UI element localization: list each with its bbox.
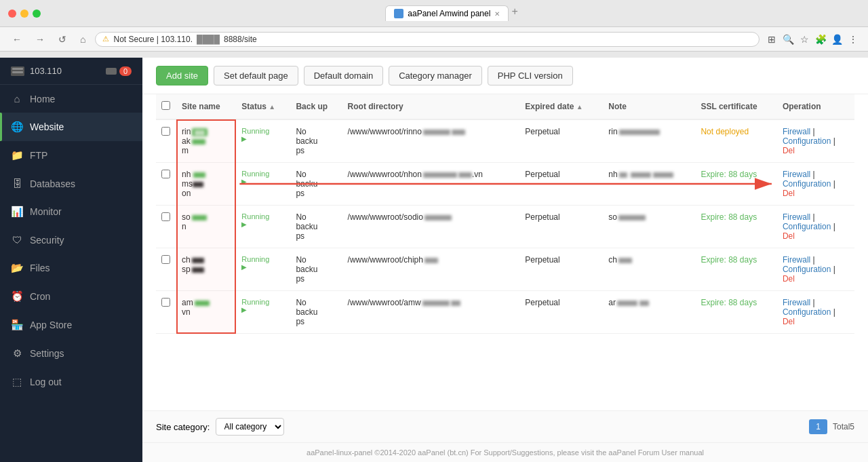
row-checkbox[interactable] xyxy=(161,298,170,307)
forward-button[interactable]: → xyxy=(31,33,49,46)
set-default-page-button[interactable]: Set default page xyxy=(214,66,298,85)
translate-icon[interactable]: ⊞ xyxy=(765,34,778,45)
expired-cell: Perpetual xyxy=(519,163,603,206)
sidebar-label-appstore: App Store xyxy=(30,320,72,330)
table-row: sonRunning▶Nobackups/www/wwwroot/sodioPe… xyxy=(156,206,854,248)
new-tab-button[interactable]: + xyxy=(509,5,520,21)
firewall-link[interactable]: Firewall xyxy=(783,170,810,179)
php-cli-version-button[interactable]: PHP CLI version xyxy=(488,66,573,85)
root-dir-cell: /www/wwwroot/nhon.vn xyxy=(342,163,520,206)
sites-table-container: Site name Status ▲ Back up Root director… xyxy=(142,94,868,410)
row-checkbox[interactable] xyxy=(161,212,170,221)
play-icon: ▶ xyxy=(241,306,285,313)
play-icon: ▶ xyxy=(241,263,285,271)
site-name-cell: son xyxy=(176,206,236,248)
firewall-link[interactable]: Firewall xyxy=(783,298,810,307)
site-name-cell: amvn xyxy=(176,291,236,334)
select-all-checkbox[interactable] xyxy=(161,101,170,110)
content-area: Add site Set default page Default domain… xyxy=(142,58,868,462)
delete-link[interactable]: Del xyxy=(783,317,795,326)
files-icon: 📂 xyxy=(11,262,23,274)
page-1-button[interactable]: 1 xyxy=(809,419,827,434)
logout-icon: ⬚ xyxy=(11,376,23,388)
minimize-button[interactable] xyxy=(20,9,28,18)
ssl-cell: Expire: 88 days xyxy=(695,248,776,291)
site-name-cell: rin▮▮▮akm xyxy=(176,119,236,163)
category-dropdown[interactable]: All category xyxy=(216,418,284,436)
firewall-link[interactable]: Firewall xyxy=(783,212,810,222)
category-manager-button[interactable]: Category manager xyxy=(389,66,482,85)
address-bar[interactable]: ⚠ Not Secure | 103.110. ████ 8888/site xyxy=(95,32,760,47)
ssl-cell: Expire: 88 days xyxy=(695,163,776,206)
play-icon: ▶ xyxy=(241,135,285,142)
ftp-icon: 📁 xyxy=(11,149,23,161)
note-cell: rin xyxy=(603,119,695,163)
sidebar-label-home: Home xyxy=(30,94,55,104)
tab-title: aaPanel Amwind panel xyxy=(408,9,490,18)
delete-link[interactable]: Del xyxy=(783,189,795,198)
browser-actions: ⊞ 🔍 ☆ 🧩 👤 ⋮ xyxy=(765,34,860,45)
bookmark-icon[interactable]: ☆ xyxy=(797,34,811,45)
close-button[interactable] xyxy=(8,9,16,18)
menu-icon[interactable]: ⋮ xyxy=(846,34,860,45)
delete-link[interactable]: Del xyxy=(783,146,795,155)
col-note: Note xyxy=(603,94,695,119)
delete-link[interactable]: Del xyxy=(783,231,795,241)
configuration-link[interactable]: Configuration xyxy=(783,265,831,274)
configuration-link[interactable]: Configuration xyxy=(783,136,831,146)
add-site-button[interactable]: Add site xyxy=(156,66,208,85)
status-cell: Running▶ xyxy=(236,206,290,248)
col-expired: Expired date ▲ xyxy=(519,94,603,119)
total-text: Total5 xyxy=(833,422,854,431)
home-button[interactable]: ⌂ xyxy=(76,33,90,46)
row-checkbox[interactable] xyxy=(161,170,170,178)
url-port: ████ xyxy=(197,35,220,44)
backup-cell: Nobackups xyxy=(290,163,342,206)
url-text: Not Secure | 103.110. xyxy=(113,35,193,44)
backup-cell: Nobackups xyxy=(290,248,342,291)
cron-icon: ⏰ xyxy=(11,290,23,303)
sidebar-item-settings[interactable]: ⚙ Settings xyxy=(0,339,142,368)
profile-icon[interactable]: 👤 xyxy=(830,34,844,45)
site-name-cell: chsp xyxy=(176,248,236,291)
extensions-icon[interactable]: 🧩 xyxy=(814,34,827,45)
security-icon: ⚠ xyxy=(102,35,109,43)
configuration-link[interactable]: Configuration xyxy=(783,307,831,317)
status-badge: Running xyxy=(241,298,285,306)
sidebar-item-website[interactable]: 🌐 Website xyxy=(0,113,142,141)
row-checkbox[interactable] xyxy=(161,127,170,136)
sidebar-item-security[interactable]: 🛡 Security xyxy=(0,226,142,254)
firewall-link[interactable]: Firewall xyxy=(783,127,810,136)
sidebar-item-cron[interactable]: ⏰ Cron xyxy=(0,282,142,311)
sidebar-item-ftp[interactable]: 📁 FTP xyxy=(0,141,142,170)
browser-tab[interactable]: aaPanel Amwind panel ✕ xyxy=(385,5,509,21)
sidebar-label-security: Security xyxy=(30,235,64,246)
sidebar-item-appstore[interactable]: 🏪 App Store xyxy=(0,311,142,339)
configuration-link[interactable]: Configuration xyxy=(783,222,831,231)
tab-close-button[interactable]: ✕ xyxy=(494,10,500,18)
expired-cell: Perpetual xyxy=(519,291,603,334)
sidebar-item-logout[interactable]: ⬚ Log out xyxy=(0,368,142,396)
maximize-button[interactable] xyxy=(33,9,41,18)
sidebar-label-ftp: FTP xyxy=(30,150,47,161)
default-domain-button[interactable]: Default domain xyxy=(304,66,383,85)
server-icon xyxy=(11,66,24,76)
delete-link[interactable]: Del xyxy=(783,274,795,284)
play-icon: ▶ xyxy=(241,178,285,185)
operations-cell: Firewall |Configuration |Del xyxy=(777,163,854,206)
sidebar-item-monitor[interactable]: 📊 Monitor xyxy=(0,197,142,226)
sidebar-item-home[interactable]: ⌂ Home xyxy=(0,85,142,113)
table-row: amvnRunning▶Nobackups/www/wwwroot/amwPer… xyxy=(156,291,854,334)
category-label: Site category: xyxy=(156,422,210,432)
appstore-icon: 🏪 xyxy=(11,319,23,331)
status-cell: Running▶ xyxy=(236,163,290,206)
sidebar-item-databases[interactable]: 🗄 Databases xyxy=(0,170,142,197)
firewall-link[interactable]: Firewall xyxy=(783,255,810,265)
row-checkbox[interactable] xyxy=(161,255,170,264)
sidebar-label-logout: Log out xyxy=(30,377,62,387)
configuration-link[interactable]: Configuration xyxy=(783,179,831,189)
zoom-icon[interactable]: 🔍 xyxy=(781,34,795,45)
back-button[interactable]: ← xyxy=(8,33,26,46)
refresh-button[interactable]: ↺ xyxy=(54,33,71,46)
sidebar-item-files[interactable]: 📂 Files xyxy=(0,254,142,282)
